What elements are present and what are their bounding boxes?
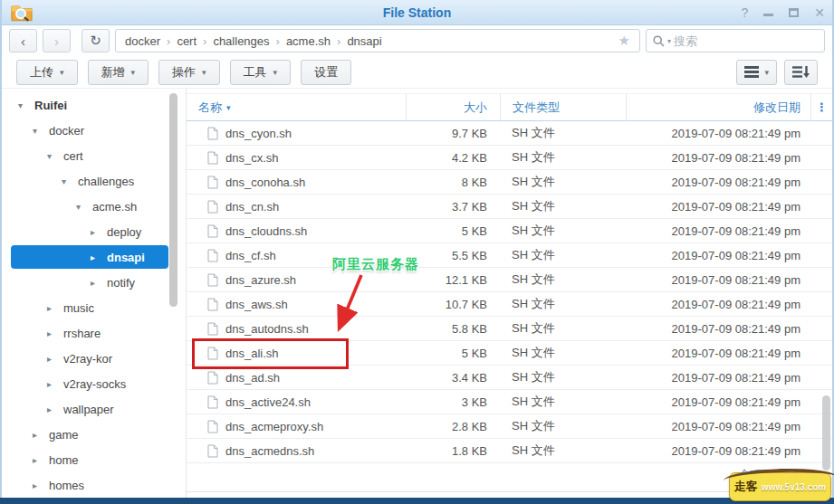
caret-collapsed-icon[interactable]: ▸ [47,354,56,364]
caret-expanded-icon[interactable]: ▾ [76,202,85,212]
upload-button-label: 上传 [30,64,53,81]
sidebar-item-label: homes [49,479,84,492]
folder-tree-sidebar: ▾Ruifei▾docker▾cert▾challenges▾acme.sh▸d… [2,89,187,498]
breadcrumb-separator: › [203,34,206,48]
caret-collapsed-icon[interactable]: ▸ [47,328,56,338]
breadcrumb-item-cert[interactable]: cert [177,34,197,48]
caret-expanded-icon[interactable]: ▾ [47,151,56,161]
file-row-dns_cyon.sh[interactable]: dns_cyon.sh9.7 KBSH 文件2019-07-09 08:21:4… [187,121,832,146]
file-name: dns_azure.sh [225,273,296,287]
file-row-dns_acmeproxy.sh[interactable]: dns_acmeproxy.sh2.8 KBSH 文件2019-07-09 08… [187,414,832,439]
tools-button-caret-icon: ▾ [273,68,278,77]
file-type: SH 文件 [500,345,626,361]
close-icon[interactable]: ✕ [814,6,825,19]
file-size: 5 KB [406,224,500,238]
caret-collapsed-icon[interactable]: ▸ [91,278,100,288]
annotation-arrow-icon [327,270,381,347]
file-row-dns_cf.sh[interactable]: dns_cf.sh5.5 KBSH 文件2019-07-09 08:21:49 … [187,243,832,268]
column-header-name[interactable]: 名称 ▾ [187,94,406,120]
caret-expanded-icon[interactable]: ▾ [18,100,27,110]
file-row-dns_conoha.sh[interactable]: dns_conoha.sh8 KBSH 文件2019-07-09 08:21:4… [187,170,832,195]
file-row-dns_cx.sh[interactable]: dns_cx.sh4.2 KBSH 文件2019-07-09 08:21:49 … [187,146,832,170]
file-type: SH 文件 [500,271,626,288]
action-button[interactable]: 操作▾ [158,60,220,85]
caret-collapsed-icon[interactable]: ▸ [91,227,100,237]
view-mode-button[interactable]: ▾ [736,60,777,85]
sidebar-item-challenges[interactable]: ▾challenges [2,168,186,194]
list-header: 名称 ▾ 大小 文件类型 修改日期 ⋮ [187,93,832,121]
sidebar-item-v2ray-socks[interactable]: ▸v2ray-socks [2,371,186,396]
file-type: SH 文件 [500,418,626,434]
column-menu-icon[interactable]: ⋮ [810,94,832,120]
sidebar-item-game[interactable]: ▸game [2,422,186,447]
column-header-modified[interactable]: 修改日期 [626,94,810,120]
file-list-panel: 名称 ▾ 大小 文件类型 修改日期 ⋮ dns_cyon.sh9.7 KBSH … [187,89,832,498]
sidebar-item-docker[interactable]: ▾docker [2,118,186,143]
favorite-star-icon[interactable]: ★ [618,33,630,49]
sidebar-item-homes[interactable]: ▸homes [2,472,186,498]
breadcrumb-item-acme.sh[interactable]: acme.sh [286,34,331,48]
sidebar-item-v2ray-kor[interactable]: ▸v2ray-kor [2,346,186,371]
maximize-icon[interactable] [789,8,799,17]
caret-expanded-icon[interactable]: ▾ [62,176,71,186]
sidebar-item-rrshare[interactable]: ▸rrshare [2,320,186,346]
sort-button[interactable] [784,60,818,85]
search-options-caret-icon[interactable]: ▾ [667,37,671,45]
caret-expanded-icon[interactable]: ▾ [33,126,42,136]
sidebar-item-Ruifei[interactable]: ▾Ruifei [2,92,186,118]
file-size: 10.7 KB [406,298,500,311]
caret-collapsed-icon[interactable]: ▸ [91,252,100,262]
settings-button[interactable]: 设置 [301,60,351,85]
caret-collapsed-icon[interactable]: ▸ [47,303,56,313]
caret-collapsed-icon[interactable]: ▸ [47,404,56,414]
sidebar-item-label: music [63,301,94,315]
file-row-dns_ad.sh[interactable]: dns_ad.sh3.4 KBSH 文件2019-07-09 08:21:49 … [187,366,832,390]
upload-button[interactable]: 上传▾ [16,60,78,85]
file-row-dns_acmedns.sh[interactable]: dns_acmedns.sh1.8 KBSH 文件2019-07-09 08:2… [187,439,832,463]
watermark-site: www.5v13.com [762,482,826,492]
sidebar-item-label: acme.sh [92,200,137,214]
minimize-icon[interactable] [763,14,773,16]
caret-collapsed-icon[interactable]: ▸ [33,455,42,465]
sidebar-item-home[interactable]: ▸home [2,447,186,472]
file-modified: 2019-07-09 08:21:49 pm [626,127,810,140]
column-header-size[interactable]: 大小 [406,94,500,120]
sidebar-item-cert[interactable]: ▾cert [2,143,186,168]
tools-button-label: 工具 [244,64,267,81]
create-button[interactable]: 新增▾ [88,60,149,85]
breadcrumb: docker›cert›challenges›acme.sh›dnsapi★ [115,29,640,52]
column-header-type[interactable]: 文件类型 [500,94,626,120]
caret-collapsed-icon[interactable]: ▸ [33,430,42,440]
file-icon [207,273,218,287]
file-type: SH 文件 [500,223,626,239]
back-button[interactable]: ‹ [9,29,37,52]
sidebar-item-notify[interactable]: ▸notify [2,270,186,295]
sidebar-scrollbar[interactable] [169,93,177,307]
help-icon[interactable]: ? [741,6,748,19]
file-row-dns_active24.sh[interactable]: dns_active24.sh3 KBSH 文件2019-07-09 08:21… [187,390,832,414]
file-row-dns_aws.sh[interactable]: dns_aws.sh10.7 KBSH 文件2019-07-09 08:21:4… [187,292,832,317]
search-input[interactable] [674,34,818,48]
breadcrumb-item-dnsapi[interactable]: dnsapi [347,34,381,48]
file-row-dns_cloudns.sh[interactable]: dns_cloudns.sh5 KBSH 文件2019-07-09 08:21:… [187,219,832,243]
file-row-dns_autodns.sh[interactable]: dns_autodns.sh5.8 KBSH 文件2019-07-09 08:2… [187,317,832,341]
file-name: dns_cx.sh [225,151,279,165]
list-scrollbar[interactable] [822,395,830,471]
tools-button[interactable]: 工具▾ [230,60,292,85]
caret-collapsed-icon[interactable]: ▸ [47,379,56,389]
search-icon[interactable] [653,35,665,47]
caret-collapsed-icon[interactable]: ▸ [33,480,42,490]
breadcrumb-item-docker[interactable]: docker [125,34,160,48]
forward-button[interactable]: › [43,29,71,52]
refresh-button[interactable]: ↻ [81,29,110,52]
sidebar-item-dnsapi[interactable]: ▸dnsapi [11,245,168,269]
sidebar-item-acme.sh[interactable]: ▾acme.sh [2,194,186,219]
file-row-dns_cn.sh[interactable]: dns_cn.sh3.7 KBSH 文件2019-07-09 08:21:49 … [187,195,832,219]
sidebar-item-music[interactable]: ▸music [2,295,186,320]
sidebar-item-label: wallpaper [63,403,114,416]
sidebar-item-deploy[interactable]: ▸deploy [2,219,186,244]
sidebar-item-wallpaper[interactable]: ▸wallpaper [2,396,186,422]
file-row-dns_azure.sh[interactable]: dns_azure.sh12.1 KBSH 文件2019-07-09 08:21… [187,268,832,292]
breadcrumb-item-challenges[interactable]: challenges [213,34,269,48]
file-icon [207,151,218,165]
